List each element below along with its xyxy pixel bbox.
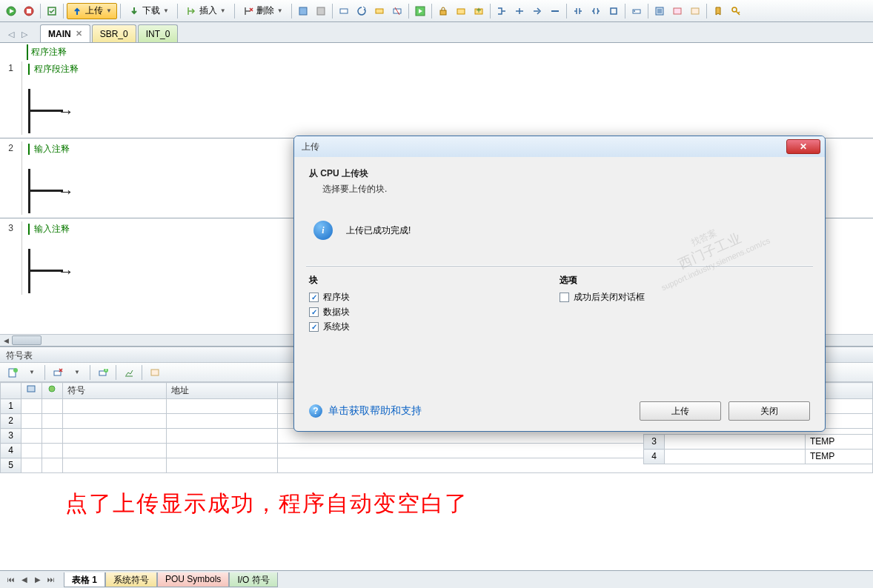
branch-icon[interactable] bbox=[529, 3, 545, 19]
bottom-tab-io[interactable]: I/O 符号 bbox=[229, 572, 277, 587]
tool-icon[interactable] bbox=[453, 3, 469, 19]
branch-icon[interactable] bbox=[494, 3, 510, 19]
delete-label: 删除 bbox=[256, 4, 274, 17]
network-row: 1 程序段注释 → bbox=[0, 61, 873, 135]
tab-prev-icon[interactable]: ◀ bbox=[18, 573, 31, 587]
bottom-tab-table1[interactable]: 表格 1 bbox=[64, 572, 105, 587]
download-button[interactable]: 下载 ▼ bbox=[124, 3, 174, 19]
tab-label: INT_0 bbox=[146, 29, 170, 39]
dialog-close-button[interactable]: ✕ bbox=[786, 139, 820, 154]
network-number: 3 bbox=[0, 221, 22, 295]
bottom-tabs: ⏮ ◀ ▶ ⏭ 表格 1 系统符号 POU Symbols I/O 符号 bbox=[0, 570, 873, 588]
contact-icon[interactable] bbox=[570, 3, 586, 19]
network-number: 1 bbox=[0, 61, 22, 135]
row-num: 3 bbox=[644, 435, 665, 450]
options-heading: 选项 bbox=[560, 274, 810, 287]
tool-icon[interactable] bbox=[687, 3, 703, 19]
tool-icon[interactable] bbox=[295, 3, 311, 19]
delete-button[interactable]: 删除 ▼ bbox=[238, 3, 288, 19]
tool-icon[interactable] bbox=[412, 3, 428, 19]
tool-icon[interactable] bbox=[353, 3, 370, 19]
dialog-titlebar[interactable]: 上传 ✕ bbox=[294, 136, 825, 157]
checkbox-data-block[interactable]: ✓数据块 bbox=[309, 306, 560, 318]
help-link[interactable]: 单击获取帮助和支持 bbox=[328, 404, 422, 418]
new-icon[interactable] bbox=[4, 364, 21, 381]
scroll-left-icon[interactable]: ◀ bbox=[0, 335, 12, 346]
tab-sbr[interactable]: SBR_0 bbox=[92, 24, 136, 42]
branch-icon[interactable] bbox=[511, 3, 528, 19]
program-comment[interactable]: 程序注释 bbox=[0, 43, 873, 61]
network-comment[interactable]: 程序段注释 bbox=[28, 63, 867, 76]
dialog-info-message: 上传已成功完成! bbox=[346, 224, 411, 237]
coil-icon[interactable] bbox=[588, 3, 604, 19]
insert-button[interactable]: 插入 ▼ bbox=[181, 3, 231, 19]
download-label: 下载 bbox=[142, 4, 160, 17]
tab-prev-icon[interactable]: ◁ bbox=[4, 26, 18, 42]
main-toolbar: 上传 ▼ 下载 ▼ 插入 ▼ 删除 ▼ + bbox=[0, 0, 873, 22]
tool-icon[interactable] bbox=[371, 3, 388, 19]
bottom-tab-sys[interactable]: 系统符号 bbox=[105, 572, 157, 587]
tool-icon[interactable] bbox=[389, 3, 405, 19]
rung[interactable]: → bbox=[28, 89, 867, 133]
svg-rect-29 bbox=[151, 370, 159, 375]
add-row-icon[interactable]: + bbox=[95, 364, 111, 381]
line-icon[interactable] bbox=[547, 3, 563, 19]
editor-tabs: ◁ ▷ MAIN ✕ SBR_0 INT_0 bbox=[0, 22, 873, 43]
tool-icon[interactable]: ▼ bbox=[69, 364, 85, 381]
right-grid: 3TEMP 4TEMP bbox=[643, 434, 873, 464]
compile-icon[interactable] bbox=[44, 3, 60, 19]
tab-label: MAIN bbox=[48, 29, 71, 39]
insert-icon bbox=[186, 6, 196, 16]
close-icon: ✕ bbox=[800, 141, 807, 152]
delete-row-icon[interactable] bbox=[50, 364, 66, 381]
tool-icon[interactable] bbox=[669, 3, 686, 19]
column-icon bbox=[26, 384, 36, 393]
scroll-thumb[interactable] bbox=[12, 335, 42, 345]
run-icon[interactable] bbox=[3, 3, 19, 19]
chart-icon[interactable] bbox=[121, 364, 137, 381]
lock-icon[interactable] bbox=[435, 3, 451, 19]
checkbox-program-block[interactable]: ✓程序块 bbox=[309, 291, 560, 304]
upload-button[interactable]: 上传 ▼ bbox=[67, 3, 117, 19]
tab-int[interactable]: INT_0 bbox=[138, 24, 179, 42]
checkbox-icon: ✓ bbox=[309, 293, 319, 302]
tool-icon[interactable] bbox=[313, 3, 329, 19]
tool-icon[interactable]: + bbox=[471, 3, 487, 19]
box-icon[interactable] bbox=[605, 3, 622, 19]
tab-next-icon[interactable]: ▶ bbox=[31, 573, 44, 587]
svg-rect-13 bbox=[457, 9, 465, 14]
dialog-subtitle: 选择要上传的块. bbox=[309, 183, 810, 196]
tool-icon[interactable] bbox=[628, 3, 645, 19]
svg-point-18 bbox=[634, 10, 635, 12]
bookmark-icon[interactable] bbox=[710, 3, 726, 19]
bottom-tab-pou[interactable]: POU Symbols bbox=[157, 572, 229, 587]
checkbox-system-block[interactable]: ✓系统块 bbox=[309, 321, 560, 333]
tab-first-icon[interactable]: ⏮ bbox=[4, 573, 18, 587]
upload-confirm-button[interactable]: 上传 bbox=[640, 401, 721, 421]
key-icon[interactable] bbox=[728, 3, 744, 19]
cell-vartype: TEMP bbox=[806, 450, 873, 464]
tool-icon[interactable] bbox=[336, 3, 352, 19]
tool-icon[interactable] bbox=[147, 364, 163, 381]
delete-icon bbox=[243, 6, 253, 16]
checkbox-close-on-success[interactable]: 成功后关闭对话框 bbox=[560, 291, 810, 304]
stop-icon[interactable] bbox=[21, 3, 37, 19]
svg-rect-6 bbox=[317, 7, 325, 15]
tab-last-icon[interactable]: ⏭ bbox=[44, 573, 58, 587]
tab-next-icon[interactable]: ▷ bbox=[18, 26, 31, 42]
checkbox-icon: ✓ bbox=[309, 322, 319, 332]
svg-point-24 bbox=[13, 368, 18, 372]
tab-close-icon[interactable]: ✕ bbox=[76, 29, 82, 39]
download-arrow-icon bbox=[129, 6, 139, 16]
svg-rect-7 bbox=[340, 9, 348, 13]
tab-main[interactable]: MAIN ✕ bbox=[40, 24, 90, 42]
row-num: 2 bbox=[1, 414, 21, 429]
col-address: 地址 bbox=[167, 383, 278, 399]
close-button[interactable]: 关闭 bbox=[728, 401, 810, 421]
svg-rect-12 bbox=[440, 10, 446, 15]
dialog-title: 上传 bbox=[302, 141, 319, 153]
dialog-heading: 从 CPU 上传块 bbox=[309, 167, 810, 180]
info-icon: i bbox=[313, 221, 333, 240]
tool-icon[interactable]: ▼ bbox=[24, 364, 40, 381]
tool-icon[interactable] bbox=[651, 3, 668, 19]
